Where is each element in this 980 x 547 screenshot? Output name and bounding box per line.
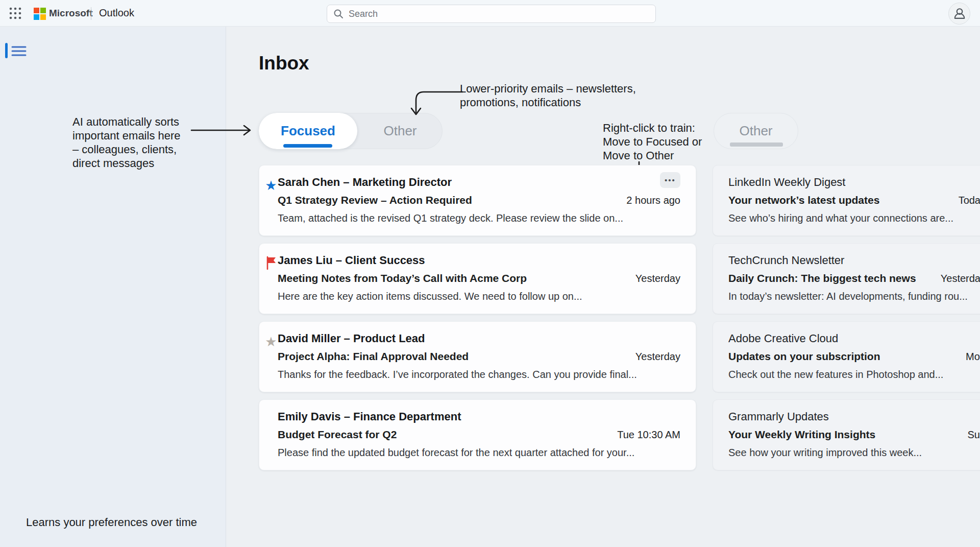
email-time: Yesterday xyxy=(628,269,680,288)
email-sender: LinkedIn Weekly Digest xyxy=(728,174,980,191)
annotation-focused: AI automatically sorts important emails … xyxy=(72,115,200,170)
other-heading-label: Other xyxy=(739,123,772,138)
email-preview: In today’s newsletter: AI developments, … xyxy=(728,288,980,305)
app-launcher-button[interactable] xyxy=(6,4,24,22)
hamburger-icon xyxy=(11,45,27,57)
annotation-arrow-to-focused xyxy=(190,124,256,137)
focused-email-card[interactable]: James Liu – Client Success Meeting Notes… xyxy=(259,243,696,314)
other-email-card[interactable]: LinkedIn Weekly Digest Your network’s la… xyxy=(713,165,980,236)
brand-divider xyxy=(91,7,91,20)
email-subject: Meeting Notes from Today’s Call with Acm… xyxy=(278,269,527,288)
email-text: TechCrunch Newsletter Daily Crunch: The … xyxy=(728,252,980,305)
email-sender: James Liu – Client Success xyxy=(278,252,680,269)
tab-focused-label: Focused xyxy=(281,123,335,138)
top-bar: Microsoft Outlook xyxy=(0,0,980,27)
annotation-other: Lower-priority emails – newsletters, pro… xyxy=(460,82,659,109)
email-subject: Your network’s latest updates xyxy=(728,191,879,209)
left-sidebar xyxy=(0,27,226,547)
tab-focused[interactable]: Focused xyxy=(259,113,357,149)
account-button[interactable] xyxy=(948,3,970,25)
email-text: James Liu – Client Success Meeting Notes… xyxy=(278,252,680,305)
email-preview: Team, attached is the revised Q1 strateg… xyxy=(278,209,680,227)
email-sender: Emily Davis – Finance Department xyxy=(278,408,680,425)
email-text: Grammarly Updates Your Weekly Writing In… xyxy=(728,408,980,461)
other-column-heading[interactable]: Other xyxy=(714,113,798,149)
search-icon xyxy=(333,9,344,19)
search-bar[interactable] xyxy=(327,5,656,23)
email-sender: TechCrunch Newsletter xyxy=(728,252,980,269)
focused-email-card[interactable]: Emily Davis – Finance Department Budget … xyxy=(259,399,696,470)
product-name: Outlook xyxy=(99,7,134,19)
preferences-footnote: Learns your preferences over time xyxy=(26,516,197,529)
email-preview: Here are the key action items discussed.… xyxy=(278,288,680,305)
email-sender: Grammarly Updates xyxy=(728,408,980,425)
nav-accent-bar xyxy=(5,43,8,58)
email-text: Adobe Creative Cloud Updates on your sub… xyxy=(728,330,980,383)
email-preview: Thanks for the feedback. I’ve incorporat… xyxy=(278,366,680,383)
annotation-train: Right-click to train: Move to Focused or… xyxy=(603,121,725,162)
email-time: Mon xyxy=(959,347,980,366)
more-options-button[interactable]: ••• xyxy=(660,172,680,188)
email-sender: Sarah Chen – Marketing Director xyxy=(278,174,680,191)
focused-email-card[interactable]: ★ David Miller – Product Lead Project Al… xyxy=(259,321,696,392)
email-text: LinkedIn Weekly Digest Your network’s la… xyxy=(728,174,980,227)
email-time: Today xyxy=(951,191,980,209)
email-subject: Budget Forecast for Q2 xyxy=(278,425,397,444)
email-time: Yesterday xyxy=(934,269,980,288)
other-heading-underline xyxy=(730,142,783,147)
microsoft-logo-icon xyxy=(34,8,46,20)
flag-icon xyxy=(264,256,278,273)
other-email-card[interactable]: TechCrunch Newsletter Daily Crunch: The … xyxy=(713,243,980,314)
email-subject: Q1 Strategy Review – Action Required xyxy=(278,191,472,209)
tab-other-label: Other xyxy=(383,123,416,138)
focused-active-underline xyxy=(283,144,332,148)
person-icon xyxy=(952,6,967,21)
email-time: Sun xyxy=(960,425,980,444)
email-time: Tue 10:30 AM xyxy=(610,425,680,444)
email-text: Emily Davis – Finance Department Budget … xyxy=(278,408,680,461)
email-sender: Adobe Creative Cloud xyxy=(728,330,980,347)
search-input[interactable] xyxy=(349,9,649,19)
email-subject: Your Weekly Writing Insights xyxy=(728,425,875,444)
email-subject: Project Alpha: Final Approval Needed xyxy=(278,347,469,366)
star-icon: ★ xyxy=(264,334,278,349)
email-text: Sarah Chen – Marketing Director Q1 Strat… xyxy=(278,174,680,227)
email-subject: Daily Crunch: The biggest tech news xyxy=(728,269,916,288)
email-sender: David Miller – Product Lead xyxy=(278,330,680,347)
app-launcher-grid-icon xyxy=(8,6,22,20)
focused-email-card[interactable]: ★ Sarah Chen – Marketing Director Q1 Str… xyxy=(259,165,696,236)
email-time: 2 hours ago xyxy=(619,191,680,209)
email-preview: See who’s hiring and what your connectio… xyxy=(728,209,980,227)
microsoft-wordmark: Microsoft xyxy=(49,8,93,19)
annotation-arrow-to-other xyxy=(408,86,464,121)
email-preview: Check out the new features in Photoshop … xyxy=(728,366,980,383)
menu-button[interactable] xyxy=(10,45,28,58)
email-subject: Updates on your subscription xyxy=(728,347,880,366)
star-icon: ★ xyxy=(264,178,278,193)
email-text: David Miller – Product Lead Project Alph… xyxy=(278,330,680,383)
page-title: Inbox xyxy=(259,53,309,74)
email-preview: Please find the updated budget forecast … xyxy=(278,444,680,461)
email-preview: See how your writing improved this week.… xyxy=(728,444,980,461)
outlook-focused-inbox-screen: { "topbar": { "brand": "Microsoft", "pro… xyxy=(0,0,980,547)
other-email-card[interactable]: Grammarly Updates Your Weekly Writing In… xyxy=(713,399,980,470)
email-time: Yesterday xyxy=(628,347,680,366)
other-email-card[interactable]: Adobe Creative Cloud Updates on your sub… xyxy=(713,321,980,392)
ellipsis-icon: ••• xyxy=(665,176,676,184)
